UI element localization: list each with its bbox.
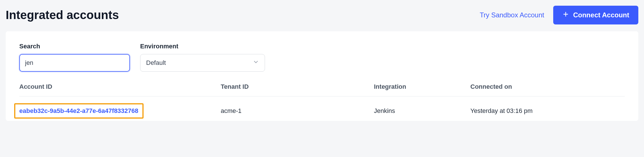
- chevron-down-icon: [253, 59, 259, 67]
- connect-account-button[interactable]: Connect Account: [553, 6, 638, 24]
- col-header-connected-on: Connected on: [470, 83, 625, 90]
- account-id-link[interactable]: eabeb32c-9a5b-44e2-a77e-6a47f8332768: [19, 107, 138, 114]
- table-header-row: Account ID Tenant ID Integration Connect…: [19, 83, 625, 96]
- try-sandbox-link[interactable]: Try Sandbox Account: [480, 11, 544, 19]
- search-label: Search: [19, 43, 130, 50]
- cell-account-id: eabeb32c-9a5b-44e2-a77e-6a47f8332768: [19, 103, 221, 119]
- environment-label: Environment: [140, 43, 265, 50]
- environment-selected-value: Default: [146, 59, 166, 67]
- page-title: Integrated accounts: [6, 8, 119, 22]
- col-header-integration: Integration: [374, 83, 470, 90]
- filters-row: Search Environment Default: [19, 43, 625, 72]
- cell-integration: Jenkins: [374, 107, 470, 115]
- page-header: Integrated accounts Try Sandbox Account …: [6, 6, 638, 31]
- plus-icon: [562, 11, 569, 19]
- cell-tenant-id: acme-1: [221, 107, 374, 115]
- environment-field: Environment Default: [140, 43, 265, 72]
- header-actions: Try Sandbox Account Connect Account: [480, 6, 638, 24]
- accounts-table: Account ID Tenant ID Integration Connect…: [19, 83, 625, 121]
- account-id-highlight: eabeb32c-9a5b-44e2-a77e-6a47f8332768: [14, 103, 144, 119]
- col-header-account-id: Account ID: [19, 83, 221, 90]
- environment-select[interactable]: Default: [140, 54, 265, 72]
- search-field: Search: [19, 43, 130, 72]
- connect-button-label: Connect Account: [573, 11, 629, 19]
- cell-connected-on: Yesterday at 03:16 pm: [470, 107, 625, 115]
- accounts-card: Search Environment Default Account ID: [6, 31, 638, 121]
- table-row: eabeb32c-9a5b-44e2-a77e-6a47f8332768 acm…: [19, 96, 625, 121]
- search-input[interactable]: [19, 54, 130, 72]
- col-header-tenant-id: Tenant ID: [221, 83, 374, 90]
